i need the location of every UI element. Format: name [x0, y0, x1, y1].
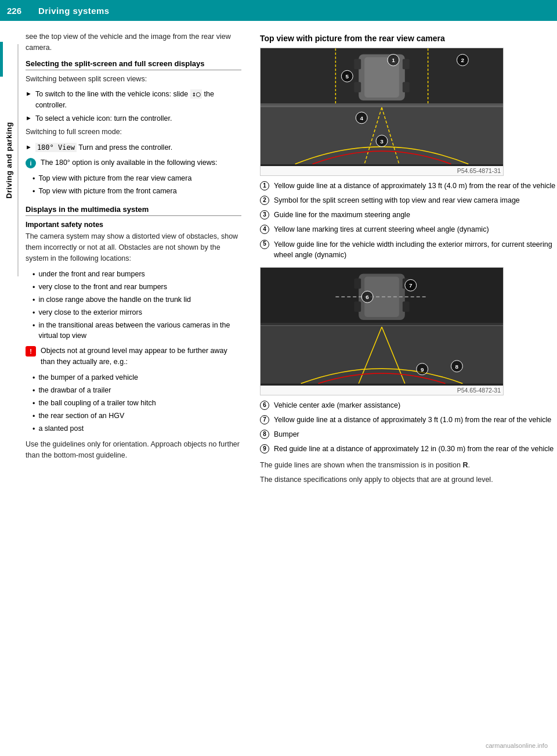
- info-bullet-2: • Top view with picture from the front c…: [26, 186, 241, 197]
- num-item-5: 5 Yellow guide line for the vehicle widt…: [260, 239, 557, 260]
- svg-rect-10: [403, 82, 410, 92]
- footer-para-2: The distance specifications only apply t…: [260, 474, 557, 485]
- num-item-8: 8 Bumper: [260, 429, 557, 440]
- warning-text: Objects not at ground level may appear t…: [41, 345, 241, 368]
- warn-bullet-5: • a slanted post: [26, 423, 241, 434]
- safety-para1: The camera system may show a distorted v…: [26, 231, 241, 264]
- full-screen-item: ► 180° View Turn and press the controlle…: [26, 142, 241, 153]
- num-item-3: 3 Guide line for the maximum steering an…: [260, 210, 557, 220]
- svg-text:1: 1: [392, 57, 395, 63]
- svg-rect-33: [354, 301, 361, 312]
- section2-heading: Displays in the multimedia system: [26, 205, 241, 216]
- svg-text:5: 5: [346, 73, 349, 80]
- info-icon: i: [26, 158, 36, 168]
- camera-view-2: 6 7 8 9 P54.65-4872-31: [260, 267, 504, 395]
- subsection-heading: Important safety notes: [26, 221, 241, 229]
- arrow-item-1: ► To switch to the line with the vehicle…: [26, 89, 241, 110]
- left-column: see the top view of the vehicle and the …: [26, 31, 246, 746]
- main-content: Driving and parking see the top view of …: [0, 21, 557, 756]
- info-bullet-1: • Top view with picture from the rear vi…: [26, 173, 241, 184]
- safety-bullet-3: • in close range above the handle on the…: [26, 294, 241, 305]
- svg-rect-9: [354, 82, 361, 92]
- info-text: The 180° option is only available in the…: [41, 157, 217, 168]
- num-item-1: 1 Yellow guide line at a distance of app…: [260, 181, 557, 191]
- warn-bullet-4: • the rear section of an HGV: [26, 411, 241, 422]
- svg-rect-7: [354, 59, 361, 69]
- safety-bullet-1: • under the front and rear bumpers: [26, 269, 241, 280]
- info-box-1: i The 180° option is only available in t…: [26, 157, 241, 168]
- svg-text:3: 3: [380, 138, 384, 145]
- warn-bullet-2: • the drawbar of a trailer: [26, 385, 241, 396]
- image1-caption: P54.65-4871-31: [261, 166, 503, 175]
- arrow-icon-1: ►: [26, 89, 32, 99]
- camera-image-1: 1 2 3 4 5: [261, 48, 503, 164]
- num-item-7: 7 Yellow guide line at a distance of app…: [260, 415, 557, 425]
- left-sidebar: Driving and parking: [0, 21, 19, 756]
- svg-text:7: 7: [409, 282, 413, 289]
- page-number: 226: [7, 6, 28, 16]
- svg-rect-34: [403, 301, 410, 312]
- num-items-2: 6 Vehicle center axle (marker assistance…: [260, 400, 557, 455]
- svg-text:8: 8: [455, 363, 459, 369]
- num-item-6: 6 Vehicle center axle (marker assistance…: [260, 400, 557, 411]
- top-view-title: Top view with picture from the rear view…: [260, 34, 557, 43]
- warning-icon: !: [26, 346, 36, 357]
- switching-label: Switching between split screen views:: [26, 74, 241, 85]
- chapter-title: Driving systems: [38, 6, 110, 16]
- svg-text:6: 6: [366, 294, 369, 300]
- right-column: Top view with picture from the rear view…: [260, 31, 557, 746]
- side-tab-bar: [0, 42, 3, 77]
- safety-bullet-2: • very close to the front and rear bumpe…: [26, 282, 241, 293]
- svg-rect-31: [354, 278, 361, 289]
- svg-text:9: 9: [421, 366, 424, 372]
- section1-heading: Selecting the split-screen and full scre…: [26, 59, 241, 70]
- svg-text:2: 2: [461, 57, 465, 63]
- warn-bullet-1: • the bumper of a parked vehicle: [26, 372, 241, 383]
- num-item-4: 4 Yellow lane marking tires at current s…: [260, 224, 557, 235]
- arrow-icon-3: ►: [26, 143, 32, 152]
- svg-rect-8: [403, 59, 410, 69]
- warning-box: ! Objects not at ground level may appear…: [26, 345, 241, 368]
- image2-caption: P54.65-4872-31: [261, 386, 503, 395]
- safety-bullet-5: • in the transitional areas between the …: [26, 320, 241, 341]
- camera-image-2: 6 7 8 9: [261, 268, 503, 384]
- arrow-item-2-text: To select a vehicle icon: turn the contr…: [35, 113, 172, 124]
- warn-bullet-3: • the ball coupling of a trailer tow hit…: [26, 398, 241, 409]
- arrow-icon-2: ►: [26, 114, 32, 123]
- header-bar: 226 Driving systems: [0, 0, 557, 21]
- switching-full: Switching to full screen mode:: [26, 127, 241, 138]
- svg-text:4: 4: [360, 115, 363, 121]
- num-item-9: 9 Red guide line at a distance of approx…: [260, 444, 557, 454]
- intro-text: see the top view of the vehicle and the …: [26, 31, 241, 53]
- num-item-2: 2 Symbol for the split screen setting wi…: [260, 195, 557, 206]
- svg-rect-35: [261, 327, 503, 384]
- sidebar-label: Driving and parking: [5, 122, 13, 199]
- arrow-item-2: ► To select a vehicle icon: turn the con…: [26, 113, 241, 124]
- camera-view-1: 1 2 3 4 5 P54.65-4871-31: [260, 48, 504, 176]
- num-items-1: 1 Yellow guide line at a distance of app…: [260, 181, 557, 260]
- content-area: see the top view of the vehicle and the …: [19, 21, 557, 756]
- guidelines-text: Use the guidelines only for orientation.…: [26, 439, 241, 461]
- footer-para-1: The guide lines are shown when the trans…: [260, 460, 557, 471]
- safety-bullet-4: • very close to the exterior mirrors: [26, 307, 241, 318]
